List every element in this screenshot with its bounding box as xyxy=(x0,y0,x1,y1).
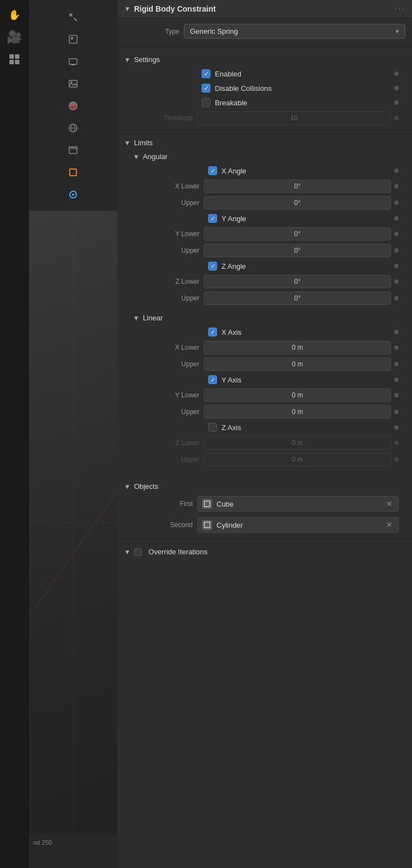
x-lower-input[interactable]: 0° xyxy=(204,180,391,193)
threshold-label: Threshold xyxy=(131,114,197,122)
y-upper-lin-dot xyxy=(394,410,399,414)
y-angle-area: ✓ Y Angle xyxy=(208,214,399,223)
first-object-close-icon[interactable]: ✕ xyxy=(385,499,394,508)
svg-rect-19 xyxy=(69,147,77,149)
svg-rect-33 xyxy=(204,522,210,528)
y-lower-lin-input[interactable]: 0 m xyxy=(204,389,391,402)
object-icon[interactable] xyxy=(63,162,84,183)
z-upper-ang-input-area: 0° xyxy=(204,292,399,305)
second-object-close-icon[interactable]: ✕ xyxy=(385,520,394,529)
override-checkbox[interactable] xyxy=(134,548,142,556)
world-icon[interactable] xyxy=(63,118,84,139)
chevron-down-icon: ▾ xyxy=(395,27,399,35)
x-angle-label: X Angle xyxy=(222,167,246,175)
x-lower-lin-row: X Lower 0 m xyxy=(131,339,405,356)
svg-rect-3 xyxy=(15,60,19,64)
collapse-arrow-main[interactable]: ▼ xyxy=(124,5,131,13)
svg-rect-10 xyxy=(71,64,75,65)
z-upper-ang-input[interactable]: 0° xyxy=(204,292,391,305)
x-angle-row: ✓ X Angle xyxy=(131,164,405,178)
z-angle-checkbox[interactable]: ✓ xyxy=(208,262,217,270)
y-angle-checkbox[interactable]: ✓ xyxy=(208,214,217,223)
x-angle-area: ✓ X Angle xyxy=(208,166,399,175)
x-upper-lin-input[interactable]: 0 m xyxy=(204,358,391,371)
x-axis-dot xyxy=(394,330,399,334)
x-lower-lin-input[interactable]: 0 m xyxy=(204,341,391,354)
threshold-row: Threshold 10 xyxy=(124,110,405,126)
archive-icon[interactable] xyxy=(63,140,84,161)
y-lower-lin-input-area: 0 m xyxy=(204,389,399,402)
z-upper-lin-dot xyxy=(394,457,399,462)
x-upper-lin-input-area: 0 m xyxy=(204,358,399,371)
settings-header[interactable]: ▼ Settings xyxy=(124,53,405,67)
second-label: Second xyxy=(131,521,197,529)
override-title: Override Iterations xyxy=(148,548,208,556)
grid-icon[interactable] xyxy=(4,49,25,70)
breakable-label: Breakable xyxy=(215,99,248,107)
angular-container: ▼ Angular ✓ X Angle X Lower 0° xyxy=(124,150,405,307)
z-lower-ang-input-area: 0° xyxy=(204,275,399,288)
z-upper-lin-label: Upper xyxy=(137,456,204,463)
y-angle-label: Y Angle xyxy=(222,215,246,223)
z-lower-lin-input-area: 0 m xyxy=(204,436,399,450)
enabled-checkbox[interactable]: ✓ xyxy=(202,69,210,78)
divider-2 xyxy=(117,130,412,130)
settings-title: Settings xyxy=(134,55,160,64)
angular-header[interactable]: ▼ Angular xyxy=(131,150,405,164)
z-axis-checkbox[interactable] xyxy=(208,423,217,432)
y-upper-lin-input[interactable]: 0 m xyxy=(204,405,391,418)
y-axis-checkbox[interactable]: ✓ xyxy=(208,375,217,384)
second-object-selector[interactable]: Cylinder ✕ xyxy=(197,517,399,533)
render-icon[interactable] xyxy=(63,51,84,72)
linear-header[interactable]: ▼ Linear xyxy=(131,311,405,325)
scene-icon[interactable] xyxy=(63,29,84,50)
z-lower-ang-input[interactable]: 0° xyxy=(204,275,391,288)
type-dropdown[interactable]: Generic Spring ▾ xyxy=(184,24,405,39)
z-angle-area: ✓ Z Angle xyxy=(208,262,399,270)
y-upper-input[interactable]: 0° xyxy=(204,244,391,257)
objects-section: ▼ Objects First Cube ✕ Second xyxy=(117,476,412,537)
x-axis-checkbox[interactable]: ✓ xyxy=(208,328,217,336)
second-sidebar: nd 250 xyxy=(29,0,117,868)
disable-collisions-label: Disable Collisions xyxy=(215,84,272,93)
y-axis-row: ✓ Y Axis xyxy=(131,372,405,387)
hand-tool-icon[interactable]: ✋ xyxy=(4,4,25,25)
compositor-icon[interactable] xyxy=(63,95,84,116)
limits-header[interactable]: ▼ Limits xyxy=(124,136,405,150)
y-lower-input[interactable]: 0° xyxy=(204,227,391,241)
y-upper-input-area: 0° xyxy=(204,244,399,257)
collapse-arrow-limits: ▼ xyxy=(124,139,131,147)
objects-header[interactable]: ▼ Objects xyxy=(124,479,405,493)
enabled-dot xyxy=(394,72,399,76)
divider-3 xyxy=(117,473,412,474)
limits-section: ▼ Limits ▼ Angular ✓ X Angle X Lower xyxy=(117,132,412,469)
x-axis-row: ✓ X Axis xyxy=(131,325,405,339)
x-angle-checkbox[interactable]: ✓ xyxy=(208,166,217,175)
first-object-selector[interactable]: Cube ✕ xyxy=(197,496,399,512)
y-lower-label: Y Lower xyxy=(137,230,204,238)
y-axis-area: ✓ Y Axis xyxy=(208,375,399,384)
constraint-icon[interactable] xyxy=(63,184,84,205)
x-upper-input[interactable]: 0° xyxy=(204,196,391,210)
z-lower-ang-row: Z Lower 0° xyxy=(131,273,405,290)
status-text: nd 250 xyxy=(33,839,52,846)
tools-icon[interactable] xyxy=(63,7,84,28)
y-axis-dot xyxy=(394,377,399,382)
y-angle-row: ✓ Y Angle xyxy=(131,211,405,226)
z-lower-ang-label: Z Lower xyxy=(137,278,204,285)
override-header[interactable]: ▼ Override Iterations xyxy=(124,545,405,559)
collapse-arrow-override: ▼ xyxy=(124,548,131,556)
y-lower-dot xyxy=(394,232,399,236)
image-icon[interactable] xyxy=(63,73,84,94)
disable-collisions-dot xyxy=(394,86,399,90)
first-object-icon xyxy=(202,499,212,509)
disable-collisions-checkbox[interactable]: ✓ xyxy=(202,84,210,93)
y-upper-lin-input-area: 0 m xyxy=(204,405,399,418)
x-upper-input-area: 0° xyxy=(204,196,399,210)
breakable-checkbox[interactable] xyxy=(202,98,210,107)
dots-menu[interactable]: ··· xyxy=(395,4,405,14)
svg-rect-8 xyxy=(71,37,73,39)
x-lower-lin-label: X Lower xyxy=(137,344,204,351)
collapse-arrow-linear: ▼ xyxy=(133,314,140,322)
camera-icon[interactable]: 🎥 xyxy=(4,27,25,48)
